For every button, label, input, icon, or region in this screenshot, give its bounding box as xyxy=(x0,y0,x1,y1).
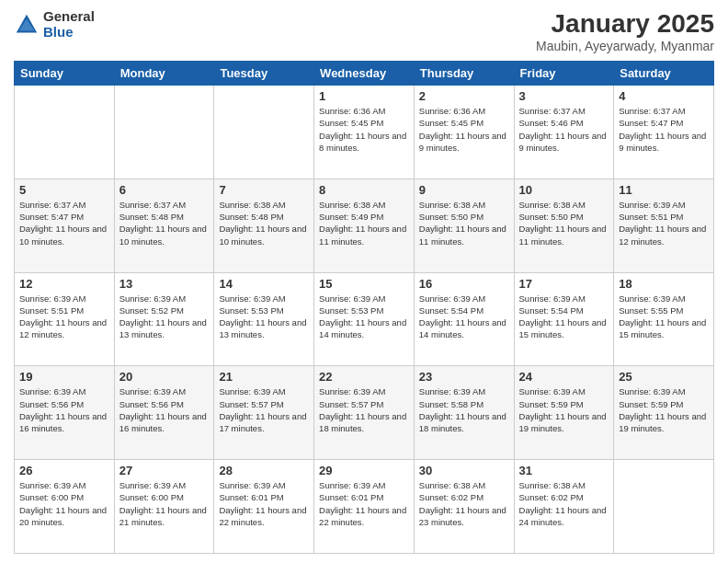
cell-info-3-0: Sunrise: 6:39 AM Sunset: 5:56 PM Dayligh… xyxy=(19,385,109,434)
logo-icon xyxy=(14,12,40,38)
cell-info-3-5: Sunrise: 6:39 AM Sunset: 5:59 PM Dayligh… xyxy=(519,385,609,434)
cell-day-2-0: 12 xyxy=(19,277,109,291)
cell-info-0-4: Sunrise: 6:36 AM Sunset: 5:45 PM Dayligh… xyxy=(419,105,509,154)
cell-3-3: 22Sunrise: 6:39 AM Sunset: 5:57 PM Dayli… xyxy=(314,366,415,460)
header-friday: Friday xyxy=(514,62,614,86)
cell-day-0-4: 2 xyxy=(419,89,509,103)
weekday-header-row: Sunday Monday Tuesday Wednesday Thursday… xyxy=(15,62,714,86)
cell-day-4-1: 27 xyxy=(119,464,210,477)
cell-0-5: 3Sunrise: 6:37 AM Sunset: 5:46 PM Daylig… xyxy=(514,86,614,179)
cell-day-3-0: 19 xyxy=(19,370,109,384)
cell-day-2-1: 13 xyxy=(119,277,210,291)
header-monday: Monday xyxy=(114,62,214,86)
cell-info-1-6: Sunrise: 6:39 AM Sunset: 5:51 PM Dayligh… xyxy=(619,199,709,247)
cell-3-5: 24Sunrise: 6:39 AM Sunset: 5:59 PM Dayli… xyxy=(514,366,614,460)
cell-1-6: 11Sunrise: 6:39 AM Sunset: 5:51 PM Dayli… xyxy=(614,178,714,272)
cell-0-3: 1Sunrise: 6:36 AM Sunset: 5:45 PM Daylig… xyxy=(314,86,415,179)
cell-info-4-4: Sunrise: 6:38 AM Sunset: 6:02 PM Dayligh… xyxy=(419,479,509,528)
week-row-3: 19Sunrise: 6:39 AM Sunset: 5:56 PM Dayli… xyxy=(15,366,714,460)
cell-1-5: 10Sunrise: 6:38 AM Sunset: 5:50 PM Dayli… xyxy=(514,178,614,272)
cell-0-2 xyxy=(214,86,314,179)
cell-day-2-5: 17 xyxy=(519,277,609,291)
cell-day-0-6: 4 xyxy=(619,89,709,103)
cell-1-4: 9Sunrise: 6:38 AM Sunset: 5:50 PM Daylig… xyxy=(414,178,514,272)
cell-0-4: 2Sunrise: 6:36 AM Sunset: 5:45 PM Daylig… xyxy=(414,86,514,179)
cell-info-0-5: Sunrise: 6:37 AM Sunset: 5:46 PM Dayligh… xyxy=(519,105,609,154)
header-sunday: Sunday xyxy=(15,62,115,86)
cell-2-6: 18Sunrise: 6:39 AM Sunset: 5:55 PM Dayli… xyxy=(614,272,714,366)
header: General Blue January 2025 Maubin, Ayeyar… xyxy=(14,9,714,53)
cell-info-4-3: Sunrise: 6:39 AM Sunset: 6:01 PM Dayligh… xyxy=(319,479,409,528)
cell-day-4-4: 30 xyxy=(419,464,509,477)
cell-3-6: 25Sunrise: 6:39 AM Sunset: 5:59 PM Dayli… xyxy=(614,366,714,460)
cell-info-3-4: Sunrise: 6:39 AM Sunset: 5:58 PM Dayligh… xyxy=(419,385,509,434)
calendar-subtitle: Maubin, Ayeyarwady, Myanmar xyxy=(536,39,714,53)
cell-1-3: 8Sunrise: 6:38 AM Sunset: 5:49 PM Daylig… xyxy=(314,178,415,272)
cell-info-1-3: Sunrise: 6:38 AM Sunset: 5:49 PM Dayligh… xyxy=(319,199,409,247)
cell-4-3: 29Sunrise: 6:39 AM Sunset: 6:01 PM Dayli… xyxy=(314,460,415,554)
cell-day-0-3: 1 xyxy=(319,89,409,103)
cell-info-4-0: Sunrise: 6:39 AM Sunset: 6:00 PM Dayligh… xyxy=(19,479,109,528)
logo-blue-text: Blue xyxy=(43,25,95,40)
cell-day-1-1: 6 xyxy=(119,183,210,197)
cell-day-3-5: 24 xyxy=(519,370,609,384)
cell-day-4-2: 28 xyxy=(219,464,309,477)
cell-info-4-5: Sunrise: 6:38 AM Sunset: 6:02 PM Dayligh… xyxy=(519,479,609,528)
week-row-0: 1Sunrise: 6:36 AM Sunset: 5:45 PM Daylig… xyxy=(15,86,714,179)
cell-4-2: 28Sunrise: 6:39 AM Sunset: 6:01 PM Dayli… xyxy=(214,460,314,554)
header-thursday: Thursday xyxy=(414,62,514,86)
title-block: January 2025 Maubin, Ayeyarwady, Myanmar xyxy=(536,9,714,53)
cell-info-4-1: Sunrise: 6:39 AM Sunset: 6:00 PM Dayligh… xyxy=(119,479,210,528)
cell-2-0: 12Sunrise: 6:39 AM Sunset: 5:51 PM Dayli… xyxy=(15,272,115,366)
cell-info-4-2: Sunrise: 6:39 AM Sunset: 6:01 PM Dayligh… xyxy=(219,479,309,528)
cell-4-0: 26Sunrise: 6:39 AM Sunset: 6:00 PM Dayli… xyxy=(15,460,115,554)
cell-info-2-1: Sunrise: 6:39 AM Sunset: 5:52 PM Dayligh… xyxy=(119,293,210,341)
cell-day-3-6: 25 xyxy=(619,370,709,384)
cell-1-2: 7Sunrise: 6:38 AM Sunset: 5:48 PM Daylig… xyxy=(214,178,314,272)
cell-day-0-5: 3 xyxy=(519,89,609,103)
week-row-4: 26Sunrise: 6:39 AM Sunset: 6:00 PM Dayli… xyxy=(15,460,714,554)
cell-day-1-3: 8 xyxy=(319,183,409,197)
cell-2-4: 16Sunrise: 6:39 AM Sunset: 5:54 PM Dayli… xyxy=(414,272,514,366)
cell-day-1-5: 10 xyxy=(519,183,609,197)
cell-info-2-6: Sunrise: 6:39 AM Sunset: 5:55 PM Dayligh… xyxy=(619,293,709,341)
cell-day-2-2: 14 xyxy=(219,277,309,291)
cell-3-4: 23Sunrise: 6:39 AM Sunset: 5:58 PM Dayli… xyxy=(414,366,514,460)
cell-info-2-4: Sunrise: 6:39 AM Sunset: 5:54 PM Dayligh… xyxy=(419,293,509,341)
cell-day-1-0: 5 xyxy=(19,183,109,197)
cell-day-1-4: 9 xyxy=(419,183,509,197)
cell-info-3-1: Sunrise: 6:39 AM Sunset: 5:56 PM Dayligh… xyxy=(119,385,210,434)
cell-day-4-3: 29 xyxy=(319,464,409,477)
cell-day-3-2: 21 xyxy=(219,370,309,384)
cell-0-6: 4Sunrise: 6:37 AM Sunset: 5:47 PM Daylig… xyxy=(614,86,714,179)
calendar-title: January 2025 xyxy=(536,9,714,39)
cell-3-2: 21Sunrise: 6:39 AM Sunset: 5:57 PM Dayli… xyxy=(214,366,314,460)
cell-info-1-4: Sunrise: 6:38 AM Sunset: 5:50 PM Dayligh… xyxy=(419,199,509,247)
cell-info-3-6: Sunrise: 6:39 AM Sunset: 5:59 PM Dayligh… xyxy=(619,385,709,434)
cell-info-2-5: Sunrise: 6:39 AM Sunset: 5:54 PM Dayligh… xyxy=(519,293,609,341)
cell-4-1: 27Sunrise: 6:39 AM Sunset: 6:00 PM Dayli… xyxy=(114,460,214,554)
cell-info-2-0: Sunrise: 6:39 AM Sunset: 5:51 PM Dayligh… xyxy=(19,293,109,341)
cell-4-4: 30Sunrise: 6:38 AM Sunset: 6:02 PM Dayli… xyxy=(414,460,514,554)
cell-info-0-3: Sunrise: 6:36 AM Sunset: 5:45 PM Dayligh… xyxy=(319,105,409,154)
header-tuesday: Tuesday xyxy=(214,62,314,86)
page: General Blue January 2025 Maubin, Ayeyar… xyxy=(0,0,728,563)
cell-info-3-2: Sunrise: 6:39 AM Sunset: 5:57 PM Dayligh… xyxy=(219,385,309,434)
cell-2-2: 14Sunrise: 6:39 AM Sunset: 5:53 PM Dayli… xyxy=(214,272,314,366)
cell-day-4-0: 26 xyxy=(19,464,109,477)
cell-2-1: 13Sunrise: 6:39 AM Sunset: 5:52 PM Dayli… xyxy=(114,272,214,366)
logo-general-text: General xyxy=(43,9,95,25)
cell-info-1-1: Sunrise: 6:37 AM Sunset: 5:48 PM Dayligh… xyxy=(119,199,210,247)
cell-3-0: 19Sunrise: 6:39 AM Sunset: 5:56 PM Dayli… xyxy=(15,366,115,460)
cell-day-3-1: 20 xyxy=(119,370,210,384)
cell-4-6 xyxy=(614,460,714,554)
cell-info-2-3: Sunrise: 6:39 AM Sunset: 5:53 PM Dayligh… xyxy=(319,293,409,341)
week-row-2: 12Sunrise: 6:39 AM Sunset: 5:51 PM Dayli… xyxy=(15,272,714,366)
cell-day-1-6: 11 xyxy=(619,183,709,197)
cell-1-0: 5Sunrise: 6:37 AM Sunset: 5:47 PM Daylig… xyxy=(15,178,115,272)
cell-info-3-3: Sunrise: 6:39 AM Sunset: 5:57 PM Dayligh… xyxy=(319,385,409,434)
header-wednesday: Wednesday xyxy=(314,62,415,86)
cell-2-3: 15Sunrise: 6:39 AM Sunset: 5:53 PM Dayli… xyxy=(314,272,415,366)
cell-info-2-2: Sunrise: 6:39 AM Sunset: 5:53 PM Dayligh… xyxy=(219,293,309,341)
calendar-table: Sunday Monday Tuesday Wednesday Thursday… xyxy=(14,61,714,554)
